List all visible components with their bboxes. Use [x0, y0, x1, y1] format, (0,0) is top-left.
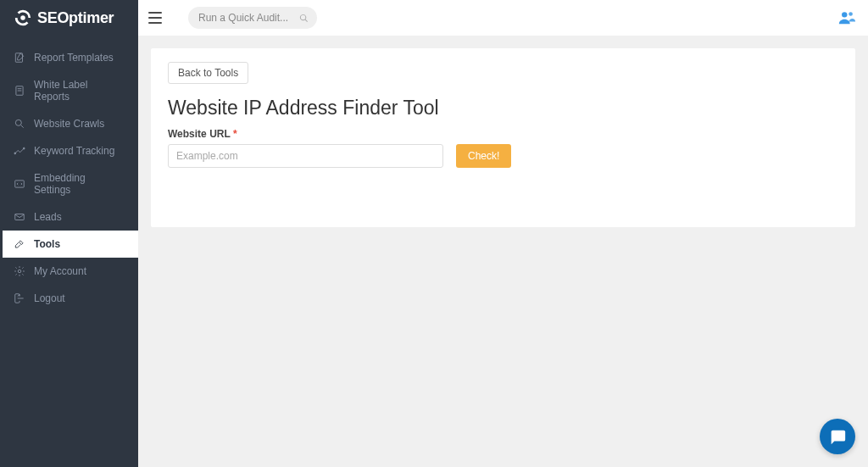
website-url-input[interactable] — [168, 144, 443, 168]
form-row: Check! — [168, 144, 838, 168]
url-field-label: Website URL * — [168, 128, 838, 140]
users-icon[interactable] — [837, 8, 856, 27]
svg-line-6 — [21, 125, 24, 128]
topbar — [138, 0, 868, 36]
search-icon — [299, 14, 309, 23]
svg-rect-9 — [15, 181, 25, 187]
svg-point-7 — [14, 153, 16, 154]
sidebar: SEOptimer Report Templates White Label R… — [0, 0, 138, 467]
sidebar-item-label: Report Templates — [34, 52, 114, 64]
sidebar-item-logout[interactable]: Logout — [0, 285, 138, 312]
nav: Report Templates White Label Reports Web… — [0, 36, 138, 312]
svg-point-5 — [15, 120, 21, 125]
sidebar-item-label: Leads — [34, 211, 62, 223]
check-button[interactable]: Check! — [456, 144, 511, 168]
svg-point-13 — [849, 12, 853, 16]
sidebar-item-leads[interactable]: Leads — [0, 203, 138, 231]
sidebar-item-embedding-settings[interactable]: Embedding Settings — [0, 164, 138, 203]
hamburger-icon[interactable] — [148, 8, 167, 27]
document-icon — [14, 85, 25, 97]
embed-icon — [14, 178, 25, 190]
svg-point-8 — [23, 147, 25, 149]
page-title: Website IP Address Finder Tool — [168, 97, 838, 120]
logout-icon — [14, 292, 25, 304]
back-to-tools-button[interactable]: Back to Tools — [168, 62, 248, 84]
logo-icon — [14, 8, 32, 27]
svg-point-11 — [18, 270, 21, 273]
gear-icon — [14, 265, 25, 277]
mail-icon — [14, 211, 25, 223]
svg-point-0 — [20, 15, 25, 20]
logo[interactable]: SEOptimer — [0, 0, 138, 36]
sidebar-item-label: Embedding Settings — [34, 172, 125, 196]
topbar-right — [837, 8, 856, 27]
tools-icon — [14, 238, 25, 250]
sidebar-item-my-account[interactable]: My Account — [0, 258, 138, 285]
sidebar-item-label: Logout — [34, 292, 65, 304]
chat-launcher[interactable] — [820, 419, 855, 454]
url-label-text: Website URL — [168, 128, 231, 140]
sidebar-item-keyword-tracking[interactable]: Keyword Tracking — [0, 137, 138, 164]
required-indicator: * — [233, 128, 237, 140]
svg-point-12 — [842, 12, 847, 17]
tool-card: Back to Tools Website IP Address Finder … — [151, 48, 855, 227]
sidebar-item-label: Website Crawls — [34, 118, 104, 130]
svg-rect-10 — [15, 214, 25, 220]
edit-document-icon — [14, 52, 25, 64]
logo-text: SEOptimer — [37, 9, 114, 27]
sidebar-item-label: Tools — [34, 238, 60, 250]
content-area: Back to Tools Website IP Address Finder … — [138, 36, 868, 240]
sidebar-item-report-templates[interactable]: Report Templates — [0, 44, 138, 71]
search-input[interactable] — [198, 12, 307, 24]
chat-icon — [828, 427, 847, 446]
sidebar-item-white-label[interactable]: White Label Reports — [0, 71, 138, 110]
sidebar-item-website-crawls[interactable]: Website Crawls — [0, 110, 138, 137]
sidebar-item-tools[interactable]: Tools — [0, 231, 138, 258]
sidebar-item-label: My Account — [34, 265, 86, 277]
sidebar-item-label: Keyword Tracking — [34, 145, 114, 157]
search-icon — [14, 118, 25, 130]
sidebar-item-label: White Label Reports — [34, 79, 125, 103]
quick-audit-search[interactable] — [188, 7, 317, 29]
chart-line-icon — [14, 145, 25, 157]
